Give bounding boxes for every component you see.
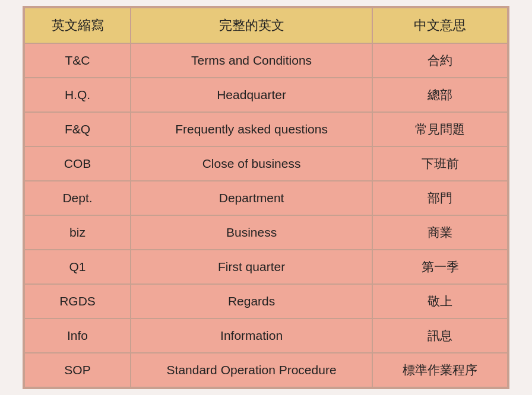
table-row: InfoInformation訊息 <box>24 318 508 353</box>
cell-chinese: 商業 <box>372 215 508 250</box>
cell-full: Close of business <box>131 146 372 181</box>
cell-abbr: Q1 <box>24 250 131 284</box>
cell-abbr: Info <box>24 318 131 353</box>
abbreviations-table: 英文縮寫 完整的英文 中文意思 T&CTerms and Conditions合… <box>24 7 508 388</box>
cell-chinese: 標準作業程序 <box>372 353 508 387</box>
cell-full: Frequently asked questions <box>131 112 372 146</box>
table-row: SOPStandard Operation Procedure標準作業程序 <box>24 353 508 387</box>
cell-chinese: 第一季 <box>372 250 508 284</box>
cell-abbr: RGDS <box>24 284 131 318</box>
header-abbr: 英文縮寫 <box>24 8 131 43</box>
cell-chinese: 合約 <box>372 43 508 78</box>
cell-full: Department <box>131 181 372 215</box>
cell-full: Terms and Conditions <box>131 43 372 78</box>
header-chinese: 中文意思 <box>372 8 508 43</box>
cell-abbr: F&Q <box>24 112 131 146</box>
cell-abbr: H.Q. <box>24 78 131 112</box>
table-row: Dept.Department部門 <box>24 181 508 215</box>
cell-abbr: SOP <box>24 353 131 387</box>
cell-chinese: 常見問題 <box>372 112 508 146</box>
table-row: COBClose of business下班前 <box>24 146 508 181</box>
table-row: RGDSRegards敬上 <box>24 284 508 318</box>
cell-full: Regards <box>131 284 372 318</box>
cell-abbr: Dept. <box>24 181 131 215</box>
cell-full: Headquarter <box>131 78 372 112</box>
cell-full: Business <box>131 215 372 250</box>
cell-chinese: 下班前 <box>372 146 508 181</box>
table-row: H.Q.Headquarter總部 <box>24 78 508 112</box>
table-row: Q1First quarter第一季 <box>24 250 508 284</box>
cell-chinese: 部門 <box>372 181 508 215</box>
cell-abbr: COB <box>24 146 131 181</box>
table-container: 英文縮寫 完整的英文 中文意思 T&CTerms and Conditions合… <box>23 6 509 389</box>
cell-full: Standard Operation Procedure <box>131 353 372 387</box>
cell-abbr: T&C <box>24 43 131 78</box>
table-header-row: 英文縮寫 完整的英文 中文意思 <box>24 8 508 43</box>
cell-chinese: 總部 <box>372 78 508 112</box>
table-row: F&QFrequently asked questions常見問題 <box>24 112 508 146</box>
cell-chinese: 訊息 <box>372 318 508 353</box>
cell-full: First quarter <box>131 250 372 284</box>
header-full: 完整的英文 <box>131 8 372 43</box>
table-row: T&CTerms and Conditions合約 <box>24 43 508 78</box>
cell-abbr: biz <box>24 215 131 250</box>
table-row: bizBusiness商業 <box>24 215 508 250</box>
cell-full: Information <box>131 318 372 353</box>
cell-chinese: 敬上 <box>372 284 508 318</box>
